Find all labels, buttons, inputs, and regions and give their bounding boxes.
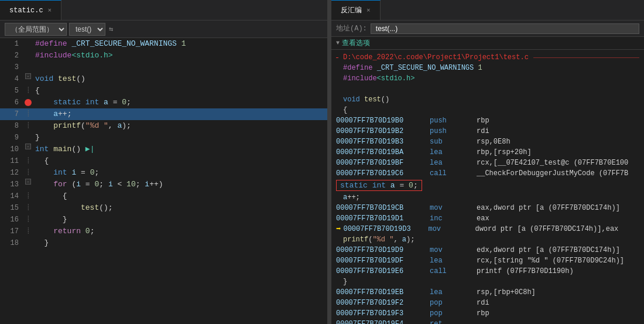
- disasm-source-define-text: #define _CRT_SECURE_NO_WARNINGS 1: [343, 63, 482, 73]
- code-line-3: 3: [0, 62, 327, 73]
- disasm-addr-19BA: 00007FF7B70D19BA: [336, 147, 430, 158]
- disasm-op-19D3: mov: [428, 224, 475, 234]
- source-box-static-int-text: static int a = 0;: [340, 181, 418, 190]
- disasm-op-19B0: push: [430, 115, 477, 126]
- code-editor-panel: static.c × （全局范围） test() ⇆ 1 #define _CR…: [0, 0, 328, 324]
- code-text-13: for (i = 0; i < 10; i++): [33, 179, 327, 190]
- gutter-14: ┊: [23, 190, 33, 202]
- disasm-asm-19F3: 00007FF7B70D19F3 pop rbp: [331, 308, 644, 319]
- disasm-asm-19EB: 00007FF7B70D19EB lea rsp,[rbp+0C8h]: [331, 287, 644, 298]
- disasm-op-19DF: lea: [430, 255, 477, 266]
- disasm-args-19D9: edx,dword ptr [a (07FF7B70DC174h)]: [477, 245, 639, 255]
- code-line-11: 11 ┊ {: [0, 155, 327, 167]
- code-line-17: 17 ┊ return 0;: [0, 226, 327, 237]
- code-text-6: static int a = 0;: [33, 97, 327, 108]
- disasm-addr-19D3: 00007FF7B70D19D3: [343, 224, 428, 234]
- scope-dropdown[interactable]: （全局范围）: [5, 23, 67, 36]
- function-dropdown[interactable]: test(): [69, 23, 105, 36]
- line-num-18: 18: [0, 237, 23, 249]
- code-line-1: 1 #define _CRT_SECURE_NO_WARNINGS 1: [0, 38, 327, 50]
- code-text-15: test();: [33, 202, 327, 214]
- code-line-10: 10 - int main() ▶|: [0, 144, 327, 155]
- disasm-content[interactable]: D:\code_2022\c.code\Project1\Project1\te…: [331, 50, 644, 324]
- address-input[interactable]: [371, 23, 639, 34]
- disasm-source-printf: printf("%d ", a);: [331, 234, 644, 245]
- disasm-args-19BF: rcx,[__07E42107_test@c (07FF7B70E100: [477, 158, 639, 168]
- disasm-op-19D1: inc: [430, 213, 477, 224]
- disasm-args-19C6: __CheckForDebuggerJustMyCode (07FF7B: [477, 168, 639, 179]
- disasm-args-19F3: rbp: [477, 308, 639, 319]
- tab-disasm-close[interactable]: ×: [366, 7, 371, 14]
- line-num-7: 7: [0, 108, 23, 120]
- code-content-area[interactable]: 1 #define _CRT_SECURE_NO_WARNINGS 1 2 #i…: [0, 38, 327, 324]
- line-num-3: 3: [0, 62, 23, 73]
- code-text-12: int i = 0;: [33, 167, 327, 179]
- gutter-17: ┊: [23, 226, 33, 237]
- disasm-source-ainc: a++;: [331, 192, 644, 203]
- disasm-asm-19F4: 00007FF7B70D19F4 ret: [331, 319, 644, 324]
- code-text-5: {: [33, 85, 327, 97]
- disasm-source-printf-text: printf("%d ", a);: [343, 234, 415, 245]
- collapse-13-icon[interactable]: -: [25, 179, 31, 185]
- code-line-18: 18 }: [0, 237, 327, 249]
- address-bar: 地址(A):: [331, 21, 644, 37]
- tab-static-c-close[interactable]: ×: [48, 7, 52, 14]
- gutter-6[interactable]: [23, 97, 33, 108]
- separator-line-left: [336, 57, 338, 58]
- right-tab-bar: 反汇编 ×: [331, 0, 644, 21]
- disasm-args-19E6: printf (07FF7B70D1190h): [477, 266, 639, 277]
- code-line-2: 2 #include<stdio.h>: [0, 50, 327, 62]
- disasm-blank-1: [331, 84, 644, 94]
- collapse-10-icon[interactable]: -: [25, 144, 31, 149]
- code-line-8: 8 ┊ printf("%d ", a);: [0, 120, 327, 132]
- code-navigation-bar: （全局范围） test() ⇆: [0, 21, 327, 38]
- disasm-asm-19DF: 00007FF7B70D19DF lea rcx,[string "%d " (…: [331, 255, 644, 266]
- tab-disasm-label: 反汇编: [341, 5, 362, 15]
- left-tab-bar: static.c ×: [0, 0, 327, 21]
- disasm-asm-19D1: 00007FF7B70D19D1 inc eax: [331, 213, 644, 224]
- tab-static-c[interactable]: static.c ×: [0, 0, 61, 20]
- code-text-8: printf("%d ", a);: [33, 120, 327, 132]
- disasm-op-19C6: call: [430, 168, 477, 179]
- nav-arrow-icon: ⇆: [108, 23, 114, 35]
- disasm-op-19B3: sub: [430, 137, 477, 147]
- disasm-asm-19B2: 00007FF7B70D19B2 push rdi: [331, 126, 644, 137]
- disasm-addr-19B2: 00007FF7B70D19B2: [336, 126, 430, 137]
- disasm-args-19B2: rdi: [477, 126, 639, 137]
- disasm-op-19F4: ret: [430, 319, 477, 324]
- view-options-link[interactable]: 查看选项: [342, 38, 370, 48]
- code-line-13: 13 - for (i = 0; i < 10; i++): [0, 179, 327, 190]
- disasm-args-19BA: rbp,[rsp+20h]: [477, 147, 639, 158]
- collapse-4-icon[interactable]: -: [25, 73, 31, 79]
- code-text-14: {: [33, 190, 327, 202]
- disasm-op-19BF: lea: [430, 158, 477, 168]
- disasm-addr-19EB: 00007FF7B70D19EB: [336, 287, 430, 298]
- gutter-13[interactable]: -: [23, 179, 33, 185]
- code-text-1: #define _CRT_SECURE_NO_WARNINGS 1: [33, 38, 327, 50]
- disasm-args-19D1: eax: [477, 213, 639, 224]
- disasm-asm-19BA: 00007FF7B70D19BA lea rbp,[rsp+20h]: [331, 147, 644, 158]
- gutter-4[interactable]: -: [23, 73, 33, 79]
- separator-line-right: [533, 57, 639, 58]
- disasm-source-brace-open-text: {: [343, 105, 347, 115]
- view-options-bar: ▼ 查看选项: [331, 37, 644, 50]
- line-num-11: 11: [0, 155, 23, 167]
- disasm-op-19E6: call: [430, 266, 477, 277]
- disasm-addr-19D9: 00007FF7B70D19D9: [336, 245, 430, 255]
- disasm-op-19BA: lea: [430, 147, 477, 158]
- disasm-addr-19B3: 00007FF7B70D19B3: [336, 137, 430, 147]
- disasm-source-include: #include<stdio.h>: [331, 73, 644, 84]
- code-line-4: 4 - void test(): [0, 73, 327, 85]
- line-num-6: 6: [0, 97, 23, 108]
- disasm-addr-19C6: 00007FF7B70D19C6: [336, 168, 430, 179]
- tab-disasm[interactable]: 反汇编 ×: [331, 0, 381, 20]
- code-line-16: 16 ┊ }: [0, 214, 327, 226]
- breakpoint-6[interactable]: [25, 99, 32, 106]
- code-line-9: 9 }: [0, 132, 327, 144]
- disasm-source-include-text: #include<stdio.h>: [343, 73, 415, 84]
- gutter-10[interactable]: -: [23, 144, 33, 149]
- disasm-addr-19E6: 00007FF7B70D19E6: [336, 266, 430, 277]
- gutter-15: ┊: [23, 202, 33, 214]
- disasm-source-void-test-text: void test(): [343, 94, 389, 105]
- line-num-2: 2: [0, 50, 23, 62]
